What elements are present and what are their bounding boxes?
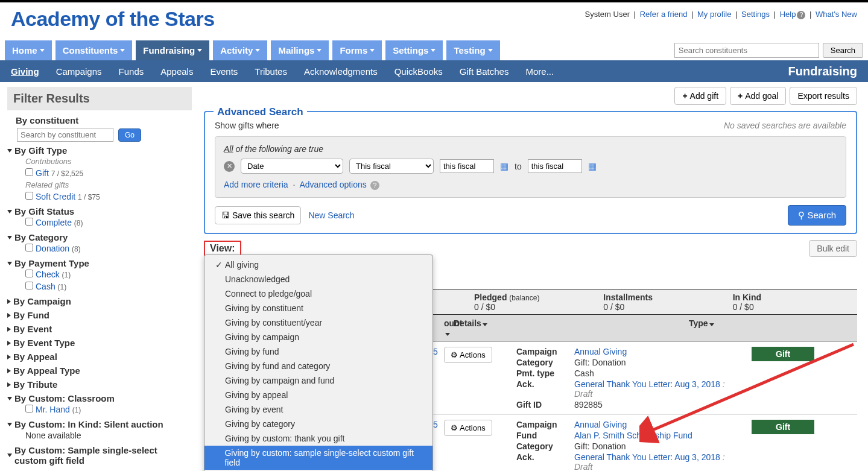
filter-cash-checkbox[interactable] (25, 282, 33, 289)
filter-by-appeal-type-heading[interactable]: By Appeal Type (7, 365, 192, 376)
nav-mailings[interactable]: Mailings (271, 40, 329, 60)
filter-by-tribute-heading[interactable]: By Tribute (7, 379, 192, 390)
filter-by-gift-status-heading[interactable]: By Gift Status (7, 206, 192, 217)
filter-by-constituent-heading[interactable]: By constituent (7, 115, 192, 125)
filter-by-event-type-heading[interactable]: By Event Type (7, 338, 192, 348)
view-option[interactable]: Giving by appeal (204, 388, 432, 402)
bulk-edit-button[interactable]: Bulk edit (809, 240, 857, 257)
constituent-search-button[interactable]: Search (823, 43, 863, 58)
constituent-search-input[interactable] (674, 43, 819, 58)
save-search-button[interactable]: 🖫 Save this search (215, 206, 301, 224)
subnav-gift-batches[interactable]: Gift Batches (460, 66, 509, 77)
calendar-icon[interactable]: ▦ (588, 161, 597, 172)
row-actions-button[interactable]: ⚙Actions (444, 420, 492, 436)
filter-check-checkbox[interactable] (25, 270, 33, 277)
filter-gift-checkbox[interactable] (25, 168, 33, 176)
date-from-input[interactable] (440, 159, 494, 173)
filter-softcredit-checkbox[interactable] (25, 192, 33, 200)
filter-by-custom-sample-heading[interactable]: By Custom: Sample single-select custom g… (7, 445, 192, 466)
nav-constituents[interactable]: Constituents (55, 40, 133, 60)
nav-activity[interactable]: Activity (213, 40, 267, 60)
view-option[interactable]: ✓All giving (204, 258, 432, 272)
view-option[interactable]: Giving by custom: thank you gift (204, 431, 432, 446)
criteria-field-select[interactable]: Date (241, 159, 343, 174)
filter-by-campaign-heading[interactable]: By Campaign (7, 296, 192, 306)
subnav-giving[interactable]: Giving (11, 66, 39, 77)
ack-link[interactable]: General Thank You Letter: Aug 3, 2018 (574, 379, 720, 389)
date-to-input[interactable] (528, 159, 582, 173)
nav-home[interactable]: Home (5, 40, 52, 60)
refer-friend-link[interactable]: Refer a friend (640, 10, 688, 19)
amount-link[interactable]: 5 (433, 420, 438, 429)
org-title[interactable]: Academy of the Stars (11, 7, 215, 31)
view-option[interactable]: Giving by fund (204, 344, 432, 359)
view-option[interactable]: Giving by constituent (204, 301, 432, 315)
filter-donation-link[interactable]: Donation (36, 244, 69, 253)
filter-gift-link[interactable]: Gift (36, 168, 49, 178)
filter-by-gift-type-heading[interactable]: By Gift Type (7, 145, 192, 156)
filter-by-custom-classroom-heading[interactable]: By Custom: Classroom (7, 393, 192, 403)
filter-constituent-input[interactable] (17, 128, 113, 142)
export-results-button[interactable]: Export results (790, 87, 857, 105)
filter-by-appeal-heading[interactable]: By Appeal (7, 352, 192, 362)
calendar-icon[interactable]: ▦ (500, 161, 508, 172)
subnav-funds[interactable]: Funds (119, 66, 144, 77)
advanced-options-link[interactable]: Advanced options (300, 180, 367, 189)
col-type-header[interactable]: Type (684, 315, 781, 341)
view-option[interactable]: Giving by category (204, 417, 432, 431)
subnav-quickbooks[interactable]: QuickBooks (394, 66, 443, 77)
nav-testing[interactable]: Testing (446, 40, 499, 60)
new-search-link[interactable]: New Search (308, 210, 354, 220)
view-option[interactable]: Giving by fund and category (204, 359, 432, 373)
my-profile-link[interactable]: My profile (697, 10, 731, 19)
remove-criterion-icon[interactable]: ✕ (224, 161, 235, 172)
add-criteria-link[interactable]: Add more criteria (224, 180, 288, 189)
amount-link[interactable]: 5 (433, 347, 438, 356)
help-icon[interactable]: ? (797, 11, 805, 19)
view-option-selected[interactable]: Giving by custom: sample single-select c… (204, 446, 432, 470)
whats-new-link[interactable]: What's New (816, 10, 857, 19)
view-option[interactable]: Unacknowledged (204, 272, 432, 286)
filter-by-custom-silent-heading[interactable]: By Custom: In Kind: Silent auction (7, 419, 192, 429)
filter-by-payment-heading[interactable]: By Payment Type (7, 258, 192, 268)
add-goal-button[interactable]: Add goal (730, 87, 786, 105)
subnav-tributes[interactable]: Tributes (255, 66, 287, 77)
subnav-events[interactable]: Events (210, 66, 238, 77)
help-icon[interactable]: ? (370, 181, 379, 190)
filter-softcredit-link[interactable]: Soft Credit (36, 192, 75, 201)
ack-link[interactable]: General Thank You Letter: Aug 3, 2018 (574, 452, 720, 462)
filter-mrhand-link[interactable]: Mr. Hand (36, 405, 70, 414)
view-option[interactable]: Giving by event (204, 402, 432, 417)
col-details-header[interactable]: Details (449, 315, 684, 341)
filter-complete-checkbox[interactable] (25, 218, 33, 226)
filter-mrhand-checkbox[interactable] (25, 405, 33, 413)
filter-check-link[interactable]: Check (36, 270, 60, 279)
nav-fundraising[interactable]: Fundraising (136, 40, 209, 60)
filter-by-category-heading[interactable]: By Category (7, 232, 192, 242)
view-option[interactable]: Giving by campaign and fund (204, 373, 432, 388)
view-dropdown[interactable]: ✓All giving Unacknowledged Connect to pl… (204, 254, 433, 471)
subnav-appeals[interactable]: Appeals (160, 66, 193, 77)
filter-complete-link[interactable]: Complete (36, 218, 72, 227)
view-option[interactable]: Giving by campaign (204, 330, 432, 344)
fund-link[interactable]: Alan P. Smith Scholarship Fund (574, 431, 742, 440)
campaign-link[interactable]: Annual Giving (574, 420, 742, 429)
filter-go-button[interactable]: Go (118, 128, 141, 142)
filter-cash-link[interactable]: Cash (36, 282, 55, 291)
nav-forms[interactable]: Forms (332, 40, 382, 60)
view-option[interactable]: Giving by constituent/year (204, 315, 432, 330)
view-option[interactable]: Connect to pledge/goal (204, 286, 432, 301)
nav-settings[interactable]: Settings (385, 40, 443, 60)
search-button[interactable]: ⚲ Search (788, 205, 846, 226)
settings-link[interactable]: Settings (741, 10, 770, 19)
campaign-link[interactable]: Annual Giving (574, 347, 742, 356)
filter-donation-checkbox[interactable] (25, 244, 33, 251)
criteria-operator-select[interactable]: This fiscal (349, 159, 434, 174)
subnav-acknowledgments[interactable]: Acknowledgments (304, 66, 378, 77)
add-gift-button[interactable]: Add gift (674, 87, 726, 105)
subnav-more[interactable]: More... (525, 66, 554, 77)
subnav-campaigns[interactable]: Campaigns (56, 66, 102, 77)
filter-by-fund-heading[interactable]: By Fund (7, 310, 192, 320)
help-link[interactable]: Help (780, 10, 796, 19)
filter-by-event-heading[interactable]: By Event (7, 324, 192, 334)
